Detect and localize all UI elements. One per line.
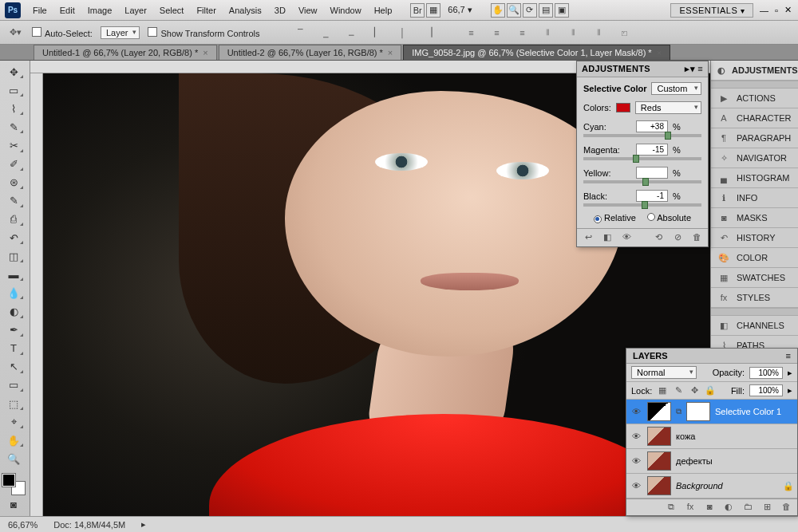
collapsed-masks[interactable]: ◙MASKS — [711, 208, 798, 228]
visibility-toggle-icon[interactable]: 👁 — [630, 480, 642, 491]
align-top-icon[interactable]: ⎺ — [292, 25, 310, 41]
menu-file[interactable]: File — [27, 2, 53, 18]
collapsed-swatches[interactable]: ▦SWATCHES — [711, 268, 798, 288]
lock-transparent-icon[interactable]: ▦ — [657, 385, 668, 396]
distribute-top-icon[interactable]: ≡ — [463, 25, 480, 41]
visibility-toggle-icon[interactable]: 👁 — [630, 431, 642, 442]
3d-tool-icon[interactable]: ⬚ — [2, 396, 25, 412]
collapsed-character[interactable]: ACHARACTER — [711, 108, 798, 128]
layer-thumb-icon[interactable] — [647, 402, 671, 421]
panel-menu-icon[interactable]: ≡ — [786, 351, 791, 361]
distribute-bottom-icon[interactable]: ≡ — [514, 25, 531, 41]
black-input[interactable] — [636, 190, 668, 202]
layer-row[interactable]: 👁 дефекты — [626, 449, 797, 474]
hand-tool-icon[interactable]: ✋ — [2, 432, 25, 448]
adj-clip-icon[interactable]: ◧ — [601, 232, 614, 243]
yellow-input[interactable] — [636, 167, 668, 179]
menu-3d[interactable]: 3D — [269, 2, 291, 18]
visibility-toggle-icon[interactable]: 👁 — [630, 455, 642, 467]
document-tab[interactable]: Untitled-2 @ 66,7% (Layer 16, RGB/8) *× — [219, 45, 402, 60]
lock-all-icon[interactable]: 🔒 — [705, 385, 716, 396]
screen-mode-icon[interactable]: ▣ — [555, 3, 569, 18]
align-bottom-icon[interactable]: ⎽ — [343, 25, 361, 41]
align-vcenter-icon[interactable]: ⎯ — [318, 25, 335, 41]
layer-mask-icon[interactable]: ◙ — [703, 502, 716, 513]
layer-name[interactable]: дефекты — [676, 456, 713, 466]
menu-view[interactable]: View — [293, 2, 323, 18]
zoom-tool-icon[interactable]: 🔍 — [507, 3, 521, 18]
menu-help[interactable]: Help — [369, 2, 398, 18]
arrange-docs-icon[interactable]: ▤ — [539, 3, 553, 18]
fill-input[interactable] — [749, 384, 783, 396]
lasso-tool-icon[interactable]: ⌇ — [2, 100, 25, 116]
menu-window[interactable]: Window — [325, 2, 367, 18]
close-icon[interactable]: × — [388, 48, 393, 57]
distribute-left-icon[interactable]: ⦀ — [539, 25, 557, 41]
collapsed-adjustments-header[interactable]: ◐ADJUSTMENTS — [711, 61, 798, 81]
layer-thumb-icon[interactable] — [647, 476, 671, 495]
bridge-icon[interactable]: Br — [410, 3, 425, 18]
black-slider[interactable] — [583, 203, 701, 207]
collapsed-history[interactable]: ↶HISTORY — [711, 228, 798, 248]
layer-row[interactable]: 👁 кожа — [626, 424, 797, 449]
blur-tool-icon[interactable]: 💧 — [2, 285, 25, 301]
layer-thumb-icon[interactable] — [647, 427, 671, 446]
close-icon[interactable]: × — [203, 48, 207, 57]
trash-icon[interactable]: 🗑 — [780, 502, 792, 513]
chevron-right-icon[interactable]: ▸ — [788, 385, 792, 396]
eraser-tool-icon[interactable]: ◫ — [2, 248, 25, 264]
collapsed-paragraph[interactable]: ¶PARAGRAPH — [711, 128, 798, 148]
history-brush-tool-icon[interactable]: ↶ — [2, 230, 25, 246]
layer-name[interactable]: кожа — [676, 432, 695, 441]
path-select-tool-icon[interactable]: ↖ — [2, 359, 25, 375]
cyan-slider[interactable] — [583, 134, 701, 137]
collapsed-info[interactable]: ℹINFO — [711, 188, 798, 208]
link-layers-icon[interactable]: ⧉ — [665, 502, 678, 513]
clone-stamp-tool-icon[interactable]: ⎙ — [2, 211, 25, 227]
new-adjustment-icon[interactable]: ◐ — [722, 502, 735, 513]
hand-tool-icon[interactable]: ✋ — [491, 3, 505, 18]
collapsed-actions[interactable]: ▶ACTIONS — [711, 89, 798, 108]
colors-dropdown[interactable]: Reds — [635, 101, 701, 114]
menu-layer[interactable]: Layer — [119, 2, 152, 18]
foreground-color-swatch[interactable] — [2, 474, 15, 487]
dodge-tool-icon[interactable]: ◐ — [2, 303, 25, 319]
workspace-switcher[interactable]: ESSENTIALS ▾ — [670, 3, 753, 18]
adj-return-icon[interactable]: ↩ — [582, 232, 595, 243]
chevron-right-icon[interactable]: ▸ — [141, 519, 146, 530]
crop-tool-icon[interactable]: ✂ — [2, 137, 25, 153]
pen-tool-icon[interactable]: ✒ — [2, 322, 25, 338]
adj-view-icon[interactable]: 👁 — [620, 232, 633, 243]
adj-prev-icon[interactable]: ⟲ — [652, 232, 665, 243]
close-icon[interactable]: × — [657, 48, 662, 57]
menu-edit[interactable]: Edit — [54, 2, 81, 18]
new-layer-icon[interactable]: ⊞ — [760, 502, 773, 513]
panel-menu-icon[interactable]: ▸▾ ≡ — [685, 64, 703, 74]
type-tool-icon[interactable]: T — [2, 341, 25, 357]
status-zoom[interactable]: 66,67% — [8, 520, 38, 530]
layer-row-background[interactable]: 👁 Background 🔒 — [626, 474, 797, 499]
menu-filter[interactable]: Filter — [191, 2, 221, 18]
shape-tool-icon[interactable]: ▭ — [2, 377, 25, 393]
auto-select-target-dropdown[interactable]: Layer — [101, 26, 140, 39]
rotate-view-icon[interactable]: ⟳ — [523, 3, 537, 18]
menu-image[interactable]: Image — [82, 2, 118, 18]
brush-tool-icon[interactable]: ✎ — [2, 193, 25, 209]
adj-reset-icon[interactable]: ⊘ — [671, 232, 684, 243]
lock-position-icon[interactable]: ✥ — [689, 385, 700, 396]
layer-fx-icon[interactable]: fx — [684, 502, 697, 513]
zoom-tool-icon[interactable]: 🔍 — [2, 451, 25, 467]
layer-thumb-icon[interactable] — [647, 451, 671, 471]
menu-analysis[interactable]: Analysis — [223, 2, 267, 18]
yellow-slider[interactable] — [583, 180, 701, 183]
window-restore-icon[interactable]: ▫ — [775, 6, 778, 15]
window-close-icon[interactable]: ✕ — [784, 5, 792, 15]
document-tab-active[interactable]: IMG_9058-2.jpg @ 66,7% (Selective Color … — [403, 45, 670, 60]
layer-name[interactable]: Selective Color 1 — [715, 407, 781, 416]
new-group-icon[interactable]: 🗀 — [741, 502, 754, 513]
healing-brush-tool-icon[interactable]: ⊛ — [2, 175, 25, 191]
align-hcenter-icon[interactable]: │ — [394, 25, 412, 41]
opacity-input[interactable] — [749, 367, 783, 379]
absolute-radio[interactable]: Absolute — [647, 213, 691, 223]
chevron-right-icon[interactable]: ▸ — [788, 368, 792, 378]
